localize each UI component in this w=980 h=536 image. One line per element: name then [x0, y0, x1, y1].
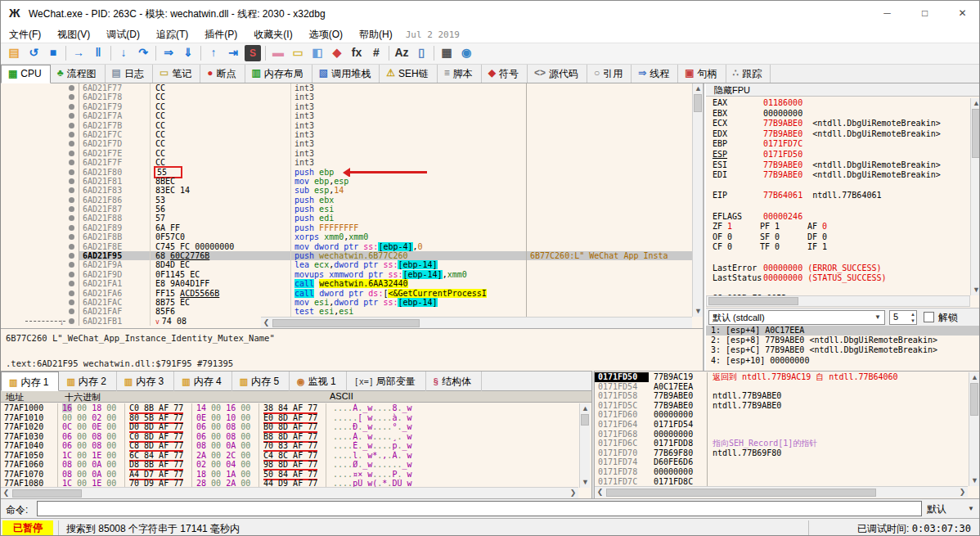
command-input[interactable]	[37, 501, 922, 516]
disasm-row[interactable]: 6AD21F8857push edi	[1, 214, 692, 223]
menu-item[interactable]: 追踪(T)	[148, 25, 196, 44]
register-row[interactable]: ZF 1PF 1AF 0	[706, 222, 969, 232]
tab-seh[interactable]: ⚠SEH链	[380, 65, 437, 83]
tab-memory-1[interactable]: ▥内存 1	[1, 372, 59, 391]
register-row[interactable]: LastStatus00000000 (STATUS_SUCCESS)	[706, 273, 969, 284]
menu-item[interactable]: 选项(O)	[301, 25, 351, 44]
breakpoint-gutter[interactable]	[1, 307, 79, 316]
tab-log[interactable]: ▤日志	[106, 65, 153, 83]
register-row[interactable]: ECX77B9ABE0<ntdll.DbgUiRemoteBreakin>	[706, 119, 969, 129]
disasm-row[interactable]: 6AD21F78CCint3	[1, 92, 692, 101]
settings-s-icon[interactable]: S	[245, 45, 261, 61]
labels-icon[interactable]: ◧	[308, 43, 327, 63]
disasm-row[interactable]: 6AD21FAC8B75 ECmov esi,dword ptr ss:[ebp…	[1, 298, 692, 307]
dump-row[interactable]: 77AF106008 00 0A 00D8 8B AF 7702 00 04 0…	[1, 460, 578, 470]
tab-locals[interactable]: [x=]局部变量	[347, 372, 426, 391]
dump-vertical-scrollbar[interactable]: ▲ ▼	[579, 403, 590, 488]
register-row[interactable]	[706, 284, 969, 295]
stack-row[interactable]: 0171FD6C0171FDD8指向SEH_Record[1]的指针	[595, 439, 968, 448]
disasm-row[interactable]: 6AD21FA6FF15 ACD5566Bcall dword ptr ds:[…	[1, 289, 692, 298]
tab-handles[interactable]: ▣句柄	[678, 65, 726, 83]
stack-row[interactable]: 0171FD7C0171FD8C	[595, 477, 968, 487]
menu-item[interactable]: 视图(V)	[49, 25, 98, 44]
disasm-row[interactable]: 6AD21F9D0F1145 ECmovups xmmword ptr ss:[…	[1, 270, 692, 279]
restart-icon[interactable]: ↺	[24, 43, 43, 63]
disasm-row[interactable]: 6AD21F7CCCint3	[1, 130, 692, 139]
argument-row[interactable]: 4: [esp+10] 00000000	[706, 356, 980, 366]
tab-source[interactable]: <>源代码	[528, 65, 587, 83]
breakpoint-gutter[interactable]	[1, 121, 79, 130]
breakpoint-gutter[interactable]	[1, 214, 79, 223]
tab-graph[interactable]: ♣流程图	[51, 65, 106, 83]
disassembly-horizontal-scrollbar[interactable]: ❮	[261, 317, 692, 328]
breakpoint-gutter[interactable]	[1, 279, 79, 288]
stop-icon[interactable]: ■	[43, 43, 63, 63]
breakpoint-gutter[interactable]	[1, 242, 79, 251]
tab-references[interactable]: ○引用	[587, 65, 632, 83]
disasm-row[interactable]: 6AD21F79CCint3	[1, 102, 692, 111]
breakpoint-gutter[interactable]	[1, 232, 79, 241]
stack-row[interactable]: 0171FD7800000000	[595, 467, 968, 477]
register-row[interactable]: EBP0171FD7C	[706, 139, 969, 150]
disasm-row[interactable]: 6AD21F9A8D4D EClea ecx,dword ptr ss:[ebp…	[1, 260, 692, 269]
registers-horizontal-scrollbar[interactable]	[706, 295, 970, 307]
disasm-row[interactable]: 6AD21F8B0F57C0xorps xmm0,xmm0	[1, 232, 692, 241]
disasm-row[interactable]: 6AD21F818BECmov ebp,esp	[1, 177, 692, 186]
stack-row[interactable]: 0171FD640171FD54	[595, 420, 968, 430]
calling-convention-select[interactable]: 默认 (stdcall) ▼	[708, 310, 885, 325]
strings-az-icon[interactable]: Aᴢ	[392, 43, 411, 63]
argument-row[interactable]: 2: [esp+8] 77B9ABE0 <ntdll.DbgUiRemoteBr…	[706, 336, 980, 345]
breakpoint-gutter[interactable]	[1, 92, 79, 101]
menu-item[interactable]: 帮助(H)	[351, 25, 401, 44]
disasm-row[interactable]: 6AD21F8EC745 FC 00000000mov dword ptr ss…	[1, 242, 692, 251]
close-button[interactable]: ✕	[944, 1, 980, 25]
breakpoint-gutter[interactable]	[1, 317, 79, 326]
breakpoint-gutter[interactable]	[1, 196, 79, 205]
breakpoint-gutter[interactable]	[1, 158, 79, 167]
tab-memory-5[interactable]: ▥内存 5	[232, 372, 290, 391]
breakpoint-gutter[interactable]	[1, 177, 79, 186]
register-row[interactable]	[706, 253, 969, 263]
menu-item[interactable]: 文件(F)	[1, 25, 49, 44]
step-into-icon[interactable]: ↓	[114, 43, 133, 63]
stack-horizontal-scrollbar[interactable]: ❮ ❯	[595, 486, 968, 498]
dump-row[interactable]: 77AF103006 00 08 00C0 8D AF 7706 00 08 0…	[1, 432, 578, 442]
dump-row[interactable]: 77AF101000 00 02 0080 5B AF 770E 00 10 0…	[1, 413, 578, 423]
stack-row[interactable]: 0171FD74D60FE6D6	[595, 457, 968, 467]
breakpoint-gutter[interactable]	[1, 260, 79, 269]
stack-row[interactable]: 0171FD6800000000	[595, 430, 968, 439]
disasm-row[interactable]: 6AD21F8756push esi	[1, 205, 692, 214]
argument-count-stepper[interactable]: 5 ▲▼	[889, 310, 917, 325]
tab-struct[interactable]: §结构体	[426, 372, 482, 391]
patches-icon[interactable]: ▬	[268, 43, 288, 63]
tab-script[interactable]: ≡脚本	[438, 65, 482, 83]
stack-row[interactable]: 0171FD54A0C17EEA	[595, 382, 968, 392]
stack-row[interactable]: 0171FD5C77B9ABE0ntdll.77B9ABE0	[595, 401, 968, 411]
breakpoint-gutter[interactable]	[1, 251, 79, 260]
breakpoint-gutter[interactable]	[1, 102, 79, 111]
pause-icon[interactable]: ‖	[88, 43, 108, 63]
register-row[interactable]: CF 0TF 0IF 1	[706, 242, 969, 253]
disasm-row[interactable]: 6AD21F8383EC 14sub esp,14	[1, 186, 692, 195]
disasm-row[interactable]: 6AD21FAF85F6test esi,esi	[1, 307, 692, 316]
breakpoint-gutter[interactable]	[1, 223, 79, 232]
argument-row[interactable]: 3: [esp+C] 77B9ABE0 <ntdll.DbgUiRemoteBr…	[706, 345, 980, 355]
step-over-icon[interactable]: ↷	[133, 43, 153, 63]
disassembly-vertical-scrollbar[interactable]: ▲ ▼	[692, 83, 703, 317]
breakpoint-gutter[interactable]	[1, 130, 79, 139]
breakpoint-gutter[interactable]	[1, 83, 79, 92]
execute-till-return-icon[interactable]: ↑	[204, 43, 223, 63]
minimize-button[interactable]: ─	[869, 1, 906, 25]
disasm-row[interactable]: 6AD21F8055push ebp	[1, 168, 692, 177]
stack-row[interactable]: 0171FD7077B69F80ntdll.77B69F80	[595, 448, 968, 458]
register-row[interactable]: EAX01186000	[706, 98, 969, 109]
breakpoint-gutter[interactable]	[1, 168, 79, 177]
tab-notes[interactable]: ▭笔记	[153, 65, 200, 83]
breakpoint-gutter[interactable]	[1, 205, 79, 214]
disasm-row[interactable]: 6AD21F7BCCint3	[1, 121, 692, 130]
bookmarks-icon[interactable]: ◆	[327, 43, 347, 63]
dump-row[interactable]: 77AF104006 00 08 00C8 8D AF 7708 00 0A 0…	[1, 441, 578, 451]
tab-watch-1[interactable]: ◉监视 1	[290, 372, 347, 391]
breakpoint-gutter[interactable]	[1, 298, 79, 307]
argument-row[interactable]: 1: [esp+4] A0C17EEA	[706, 326, 980, 336]
